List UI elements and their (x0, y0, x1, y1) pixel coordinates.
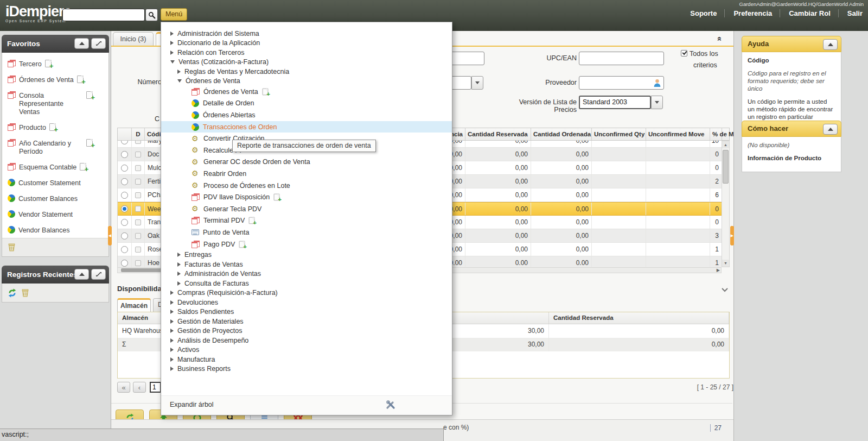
tab-home[interactable]: Inicio (3) (113, 32, 154, 46)
menu-item[interactable]: Órdenes de Venta (161, 86, 452, 98)
row-checkbox[interactable] (135, 233, 141, 239)
help-collapse-button[interactable] (823, 39, 838, 50)
row-checkbox[interactable] (135, 260, 141, 266)
favorites-item[interactable]: Esquema Contable (2, 159, 108, 175)
recent-expand-button[interactable] (91, 269, 106, 280)
new-record-icon[interactable] (45, 60, 52, 67)
howto-collapse-button[interactable] (823, 124, 838, 135)
row-radio[interactable] (121, 219, 128, 226)
new-record-icon[interactable] (80, 163, 86, 171)
rightbar-splitter-handle[interactable]: ▶ (730, 226, 734, 245)
proveedor-input[interactable] (579, 76, 664, 90)
menu-item[interactable]: Terminal PDV (161, 215, 452, 227)
new-record-icon[interactable] (262, 88, 268, 95)
favorites-item[interactable]: Vendor Statement (2, 206, 108, 222)
menu-item[interactable]: Generar OC desde Orden de Venta (161, 156, 452, 168)
trash-icon[interactable] (21, 288, 30, 298)
vscroll-thumb[interactable] (723, 150, 729, 184)
collapse-north-icon[interactable]: « (716, 36, 725, 41)
menu-item[interactable]: Detalle de Orden (161, 98, 452, 110)
menu-item[interactable]: Diccionario de la Aplicación (161, 39, 452, 48)
favorites-item[interactable]: Tercero (2, 56, 108, 72)
col-cantidad-ordenada[interactable]: Cantidad Ordenada (531, 128, 592, 140)
header-link-cambiar-rol[interactable]: Cambiar Rol (780, 9, 831, 17)
tools-icon[interactable] (386, 400, 395, 410)
col-margen[interactable]: % de Margen (710, 128, 722, 140)
col-cantidad-reservada[interactable]: Cantidad Reservada (465, 128, 531, 140)
menu-item[interactable]: Manufactura (161, 355, 452, 364)
tab-almacen[interactable]: Almacén (117, 298, 151, 312)
menu-item[interactable]: Administración de Ventas (161, 269, 452, 279)
scroll-down-icon[interactable]: ▼ (722, 260, 729, 267)
menu-item[interactable]: Entregas (161, 250, 452, 260)
expand-tree-toggle[interactable]: Expandir árbol (170, 401, 214, 408)
header-link-salir[interactable]: Salir (838, 9, 863, 17)
row-radio[interactable] (121, 205, 128, 212)
price-list-version-combo[interactable]: Standard 2003 (579, 96, 651, 109)
chevron-down-icon[interactable] (721, 287, 729, 292)
menu-item[interactable]: Compras (Requisición-a-Factura) (161, 288, 452, 298)
menu-item[interactable]: Transacciones de Orden (161, 121, 452, 133)
row-checkbox[interactable] (135, 192, 141, 198)
menu-item[interactable]: Relación con Terceros (161, 48, 452, 58)
menu-item[interactable]: Activos (161, 345, 452, 355)
menu-item[interactable]: Business Reports (161, 364, 452, 374)
all-criteria-checkbox[interactable] (681, 50, 687, 56)
favorites-item[interactable]: Producto (2, 119, 108, 135)
row-radio[interactable] (121, 246, 128, 253)
menu-item[interactable]: Devoluciones (161, 298, 452, 307)
new-record-icon[interactable] (274, 194, 280, 201)
row-checkbox[interactable] (135, 179, 141, 185)
business-partner-icon[interactable] (653, 79, 661, 87)
menu-item[interactable]: Gestión de Materiales (161, 317, 452, 326)
col-unconfirmed-qty[interactable]: Unconfirmed Qty (592, 128, 646, 140)
trash-icon[interactable] (7, 243, 16, 252)
menu-item[interactable]: Análisis de Desempeño (161, 336, 452, 345)
row-radio[interactable] (121, 232, 128, 240)
favorites-item[interactable]: Órdenes de Venta (2, 72, 108, 87)
menu-item[interactable]: Punto de Venta (161, 226, 452, 238)
first-page-button[interactable]: « (117, 382, 130, 393)
row-checkbox[interactable] (135, 219, 141, 225)
new-record-icon[interactable] (86, 91, 93, 99)
menu-item[interactable]: Consulta de Facturas (161, 279, 452, 288)
favorites-item[interactable]: Vendor Balances (2, 222, 108, 238)
prev-page-button[interactable]: ‹ (133, 382, 146, 393)
menu-item[interactable]: Órdenes de Venta (161, 77, 452, 86)
row-checkbox[interactable] (135, 247, 141, 253)
row-radio[interactable] (121, 151, 128, 158)
doc-type-combo-arrow[interactable] (471, 76, 483, 90)
favorites-collapse-button[interactable] (74, 38, 89, 49)
row-checkbox[interactable] (135, 152, 141, 158)
global-search-button[interactable] (145, 9, 158, 21)
new-record-icon[interactable] (239, 241, 245, 248)
menu-item[interactable]: Generar Tecla PDV (161, 203, 452, 215)
price-list-combo-arrow[interactable] (651, 96, 663, 109)
vertical-scrollbar[interactable]: ▲ ▼ (722, 141, 730, 267)
recent-collapse-button[interactable] (74, 269, 89, 280)
new-record-icon[interactable] (249, 217, 255, 224)
menu-item[interactable]: Administración del Sistema (161, 29, 452, 39)
new-record-icon[interactable] (86, 139, 93, 147)
sidebar-splitter-handle[interactable]: ◀ (108, 226, 112, 245)
refresh-icon[interactable] (7, 288, 17, 298)
page-number-input[interactable] (150, 382, 161, 393)
new-record-icon[interactable] (49, 123, 56, 131)
menu-item[interactable]: PDV llave Disposición (161, 191, 452, 203)
new-record-icon[interactable] (77, 75, 84, 83)
scroll-up-icon[interactable]: ▲ (722, 141, 729, 148)
row-radio[interactable] (121, 192, 128, 199)
row-checkbox[interactable] (135, 165, 141, 171)
row-radio[interactable] (121, 165, 128, 172)
col-d[interactable]: D (132, 128, 145, 140)
menu-item[interactable]: Pago PDV (161, 238, 452, 250)
favorites-item[interactable]: Customer Statement (2, 175, 108, 191)
col-unconfirmed-move[interactable]: Unconfirmed Move (646, 128, 710, 140)
menu-item[interactable]: Proceso de Órdenes en Lote (161, 180, 452, 192)
row-checkbox[interactable] (135, 206, 141, 212)
favorites-item[interactable]: Customer Balances (2, 191, 108, 206)
menu-item[interactable]: Reglas de Ventas y Mercadotecnia (161, 67, 452, 77)
row-radio[interactable] (121, 178, 128, 185)
menu-item[interactable]: Gestión de Proyectos (161, 326, 452, 336)
upc-input[interactable] (579, 52, 664, 65)
